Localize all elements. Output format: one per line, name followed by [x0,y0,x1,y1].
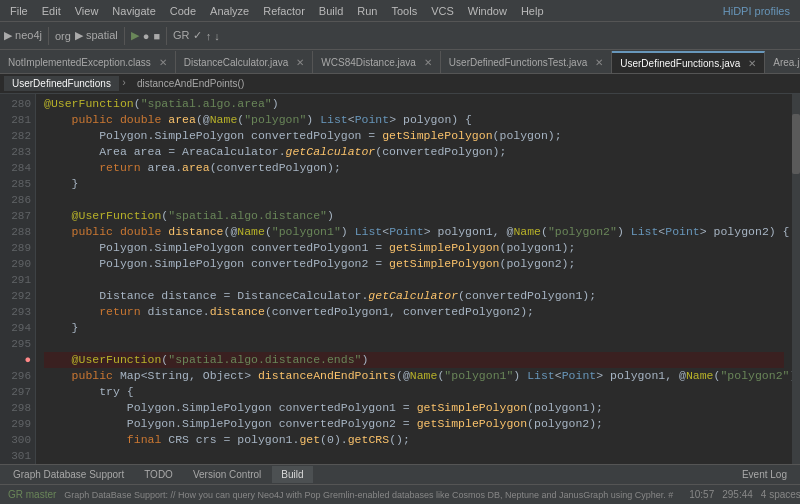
code-line-302 [44,448,784,464]
toolbar-vcs[interactable]: GR ✓ [173,29,202,42]
code-line-290: Polygon.SimplePolygon convertedPolygon2 … [44,256,784,272]
code-line-280: @UserFunction("spatial.algo.area") [44,96,784,112]
menu-item-view[interactable]: View [69,3,105,19]
code-line-295 [44,336,784,352]
toolbar-run[interactable]: ▶ [131,29,139,42]
bottom-tab-todo[interactable]: TODO [135,466,182,483]
scrollbar-thumb[interactable] [792,114,800,174]
code-line-293: return distance.distance(convertedPolygo… [44,304,784,320]
tab-label: NotImplementedException.class [8,57,151,68]
code-line-298: try { [44,384,784,400]
tab-label: WCS84Distance.java [321,57,415,68]
menu-item-window[interactable]: Window [462,3,513,19]
bottom-tab-build[interactable]: Build [272,466,312,483]
tab-label: DistanceCalculator.java [184,57,289,68]
status-time: 10:57 [689,489,714,500]
bottom-tabs: Graph Database Support TODO Version Cont… [0,464,800,484]
menu-item-edit[interactable]: Edit [36,3,67,19]
code-line-284: return area.area(convertedPolygon); [44,160,784,176]
close-icon[interactable]: ✕ [595,57,603,68]
bottom-tab-graph-db[interactable]: Graph Database Support [4,466,133,483]
code-line-291 [44,272,784,288]
hidpi-profiles[interactable]: HiDPI profiles [717,3,796,19]
tab-area[interactable]: Area.java ✕ [765,51,800,73]
code-line-282: Polygon.SimplePolygon convertedPolygon =… [44,128,784,144]
toolbar-sep-1 [48,27,49,45]
status-branch: GR master [8,489,56,500]
code-editor[interactable]: 280 281 282 283 284 285 286 287 288 289 … [0,94,800,464]
tab-label: Area.java [773,57,800,68]
code-line-283: Area area = AreaCalculator.getCalculator… [44,144,784,160]
tab-wcs84-distance[interactable]: WCS84Distance.java ✕ [313,51,440,73]
event-log[interactable]: Event Log [733,466,796,483]
breadcrumb-sep: › [121,78,127,89]
status-position: 295:44 [722,489,753,500]
code-line-300: Polygon.SimplePolygon convertedPolygon2 … [44,416,784,432]
bottom-tab-version-control[interactable]: Version Control [184,466,270,483]
code-line-287: @UserFunction("spatial.algo.distance") [44,208,784,224]
toolbar-sep-2 [124,27,125,45]
menu-item-analyze[interactable]: Analyze [204,3,255,19]
code-line-288: public double distance(@Name("polygon1")… [44,224,784,240]
sec-tab-user-defined-functions[interactable]: UserDefinedFunctions [4,76,119,91]
code-line-285: } [44,176,784,192]
toolbar-debug[interactable]: ● [143,30,150,42]
menu-item-refactor[interactable]: Refactor [257,3,311,19]
tab-label: UserDefinedFunctionsTest.java [449,57,587,68]
code-line-292: Distance distance = DistanceCalculator.g… [44,288,784,304]
sec-tab-distance-end-points[interactable]: distanceAndEndPoints() [129,76,252,91]
toolbar-neo4j[interactable]: ▶ neo4j [4,29,42,42]
code-line-296: @UserFunction("spatial.algo.distance.end… [44,352,784,368]
toolbar-stop[interactable]: ■ [153,30,160,42]
toolbar-org[interactable]: org [55,30,71,42]
toolbar: ▶ neo4j org ▶ spatial ▶ ● ■ GR ✓ ↑ ↓ [0,22,800,50]
tab-user-defined-functions-test[interactable]: UserDefinedFunctionsTest.java ✕ [441,51,612,73]
menu-item-run[interactable]: Run [351,3,383,19]
tab-user-defined-functions[interactable]: UserDefinedFunctions.java ✕ [612,51,765,73]
close-icon[interactable]: ✕ [748,58,756,69]
code-line-289: Polygon.SimplePolygon convertedPolygon1 … [44,240,784,256]
menu-item-help[interactable]: Help [515,3,550,19]
close-icon[interactable]: ✕ [159,57,167,68]
menu-item-code[interactable]: Code [164,3,202,19]
menu-item-file[interactable]: File [4,3,34,19]
close-icon[interactable]: ✕ [424,57,432,68]
code-line-281: public double area(@Name("polygon") List… [44,112,784,128]
status-message: Graph DataBase Support: // How you can q… [64,490,673,500]
file-tabs: NotImplementedException.class ✕ Distance… [0,50,800,74]
code-area[interactable]: @UserFunction("spatial.algo.area") publi… [36,94,792,464]
secondary-tabs: UserDefinedFunctions › distanceAndEndPoi… [0,74,800,94]
toolbar-vcs2[interactable]: ↑ ↓ [206,30,220,42]
code-line-301: final CRS crs = polygon1.get(0).getCRS()… [44,432,784,448]
status-spaces: 4 spaces [761,489,800,500]
tab-distance-calculator[interactable]: DistanceCalculator.java ✕ [176,51,314,73]
scrollbar[interactable] [792,94,800,464]
status-bar: GR master Graph DataBase Support: // How… [0,484,800,504]
close-icon[interactable]: ✕ [296,57,304,68]
line-numbers: 280 281 282 283 284 285 286 287 288 289 … [0,94,36,464]
menu-item-build[interactable]: Build [313,3,349,19]
code-line-297: public Map<String, Object> distanceAndEn… [44,368,784,384]
menu-item-navigate[interactable]: Navigate [106,3,161,19]
menu-item-vcs[interactable]: VCS [425,3,460,19]
code-line-286 [44,192,784,208]
menu-item-tools[interactable]: Tools [385,3,423,19]
tab-not-implemented-exception[interactable]: NotImplementedException.class ✕ [0,51,176,73]
tab-label: UserDefinedFunctions.java [620,58,740,69]
code-line-299: Polygon.SimplePolygon convertedPolygon1 … [44,400,784,416]
menu-bar: File Edit View Navigate Code Analyze Ref… [0,0,800,22]
toolbar-spatial[interactable]: ▶ spatial [75,29,118,42]
code-line-294: } [44,320,784,336]
toolbar-sep-3 [166,27,167,45]
